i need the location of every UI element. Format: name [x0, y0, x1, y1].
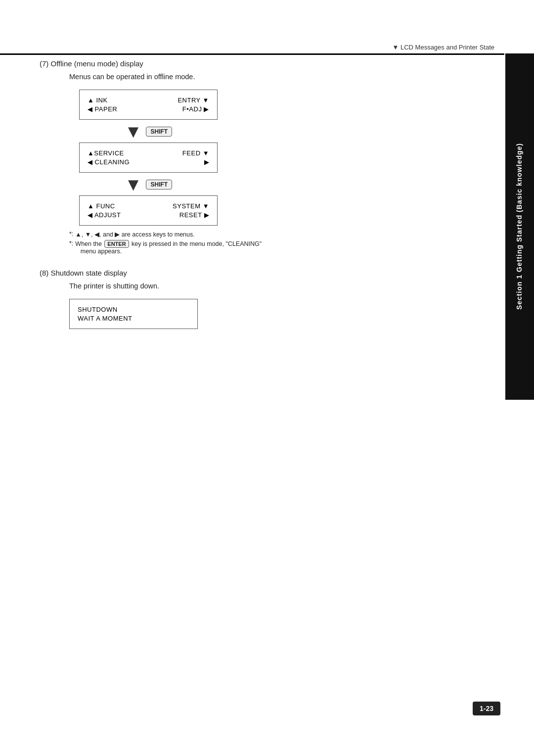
lcd-row: ◀ CLEANING ▶	[88, 158, 209, 166]
shutdown-row-2: WAIT A MOMENT	[78, 315, 189, 322]
lcd-cell: SYSTEM ▼	[173, 202, 209, 210]
section7-body: Menus can be operated in offline mode.	[69, 73, 475, 81]
lcd-row: ▲ FUNC SYSTEM ▼	[88, 202, 209, 210]
lcd-cell: ▲SERVICE	[88, 149, 124, 157]
breadcrumb: LCD Messages and Printer State	[392, 44, 494, 51]
side-tab-label: Section 1 Getting Started (Basic knowled…	[515, 143, 525, 310]
footnote-2: *: When the ENTER key is pressed in the …	[69, 240, 475, 255]
lcd-cell: ▲ INK	[88, 96, 108, 104]
lcd-cell: ▶	[204, 158, 210, 166]
lcd-box-3: ▲ FUNC SYSTEM ▼ ◀ ADJUST RESET ▶	[79, 195, 218, 226]
lcd-row: ▲ INK ENTRY ▼	[88, 96, 209, 104]
enter-badge: ENTER	[104, 240, 129, 248]
lcd-row: ◀ ADJUST RESET ▶	[88, 211, 209, 219]
footnote-1: *: ▲, ▼, ◀, and ▶ are access keys to men…	[69, 231, 475, 238]
lcd-row: ▲SERVICE FEED ▼	[88, 149, 209, 157]
section-8: (8) Shutdown state display The printer i…	[40, 269, 475, 329]
shutdown-display: SHUTDOWN WAIT A MOMENT	[69, 299, 198, 329]
section-7: (7) Offline (menu mode) display Menus ca…	[40, 59, 475, 255]
section8-body: The printer is shutting down.	[69, 282, 475, 290]
footnotes: *: ▲, ▼, ◀, and ▶ are access keys to men…	[69, 231, 475, 255]
lcd-row: ◀ PAPER F•ADJ ▶	[88, 105, 209, 113]
section8-heading: (8) Shutdown state display	[40, 269, 475, 277]
lcd-box-1: ▲ INK ENTRY ▼ ◀ PAPER F•ADJ ▶	[79, 90, 218, 120]
footnote-star: *:	[69, 231, 73, 237]
lcd-cell: ◀ PAPER	[88, 105, 117, 113]
lcd-cell: FEED ▼	[182, 149, 209, 157]
arrow-shift-1: ▼ SHIFT	[69, 123, 227, 141]
down-arrow-icon-2: ▼	[125, 176, 142, 193]
shift-badge-2: SHIFT	[146, 180, 172, 189]
section7-heading: (7) Offline (menu mode) display	[40, 59, 475, 68]
top-rule	[0, 53, 504, 55]
lcd-cell: ◀ ADJUST	[88, 211, 121, 219]
lcd-cell: ▲ FUNC	[88, 202, 115, 210]
lcd-cell: ENTRY ▼	[178, 96, 209, 104]
side-tab: Section 1 Getting Started (Basic knowled…	[505, 53, 534, 400]
display3: ▲ FUNC SYSTEM ▼ ◀ ADJUST RESET ▶	[69, 195, 227, 226]
display1: ▲ INK ENTRY ▼ ◀ PAPER F•ADJ ▶	[69, 90, 227, 120]
footnote-star-2: *:	[69, 240, 73, 247]
lcd-cell: RESET ▶	[179, 211, 209, 219]
down-arrow-icon-1: ▼	[125, 123, 142, 141]
arrow-shift-2: ▼ SHIFT	[69, 176, 227, 193]
lcd-cell: ◀ CLEANING	[88, 158, 130, 166]
lcd-box-2: ▲SERVICE FEED ▼ ◀ CLEANING ▶	[79, 142, 218, 173]
display2: ▲SERVICE FEED ▼ ◀ CLEANING ▶	[69, 142, 227, 173]
footnote-text: ▲, ▼, ◀, and ▶ are access keys to menus.	[75, 231, 194, 238]
page-number: 1-23	[473, 702, 500, 715]
main-content: (7) Offline (menu mode) display Menus ca…	[40, 59, 494, 329]
shutdown-row-1: SHUTDOWN	[78, 306, 189, 313]
footnote-text-2: When the ENTER key is pressed in the men…	[75, 240, 262, 255]
shift-badge-1: SHIFT	[146, 127, 172, 137]
lcd-cell: F•ADJ ▶	[182, 105, 209, 113]
